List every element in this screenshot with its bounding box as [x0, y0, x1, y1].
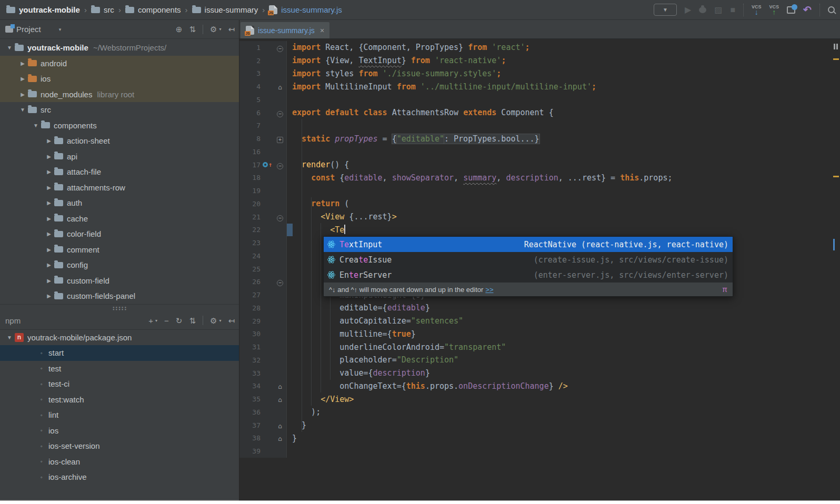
fold-minus-icon[interactable]: − — [274, 277, 286, 287]
gutter[interactable]: 3 — [239, 67, 287, 80]
chevron-collapsed-icon[interactable]: ▶ — [44, 262, 54, 268]
warning-stripe-mark[interactable] — [833, 58, 839, 60]
npm-script-start[interactable]: ◦start — [0, 345, 239, 361]
chevron-collapsed-icon[interactable]: ▶ — [17, 76, 28, 82]
gutter[interactable]: 6− — [239, 106, 287, 119]
editor-body[interactable]: 1−import React, {Component, PropTypes} f… — [239, 39, 840, 500]
gutter[interactable]: 16 — [239, 145, 287, 158]
gutter[interactable]: 39 — [239, 445, 287, 458]
chevron-collapsed-icon[interactable]: ▶ — [44, 247, 54, 253]
chevron-collapsed-icon[interactable]: ▶ — [17, 92, 28, 97]
chevron-collapsed-icon[interactable]: ▶ — [44, 200, 54, 206]
gutter[interactable]: 19 — [239, 184, 287, 197]
project-panel-title[interactable]: Project — [16, 25, 41, 34]
undo-icon[interactable]: ↶ — [803, 6, 812, 14]
completion-item-CreateIssue[interactable]: CreateIssue(create-issue.js, src/views/c… — [324, 252, 733, 267]
gutter[interactable]: 4⌂ — [239, 80, 287, 93]
npm-script-lint[interactable]: ◦lint — [0, 407, 239, 423]
breadcrumb-item-components[interactable]: components — [125, 5, 181, 14]
chevron-collapsed-icon[interactable]: ▶ — [44, 216, 54, 221]
gutter[interactable]: 20 — [239, 197, 287, 210]
run-configuration-selector[interactable]: ▼ — [654, 4, 677, 16]
stop-icon[interactable]: ■ — [730, 5, 735, 15]
tree-row-components[interactable]: ▼components — [0, 118, 239, 134]
fold-plus-icon[interactable]: + — [274, 134, 286, 144]
npm-root-row[interactable]: ▼nyoutrack-mobile/package.json — [0, 330, 239, 346]
tree-row-ios[interactable]: ▶ios — [0, 71, 239, 87]
tree-row-src[interactable]: ▼src — [0, 102, 239, 118]
chevron-collapsed-icon[interactable]: ▶ — [17, 61, 28, 66]
tree-row-config[interactable]: ▶config — [0, 257, 239, 273]
gutter[interactable]: 30 — [239, 328, 287, 341]
breadcrumb-item-issue-summary[interactable]: issue-summary — [192, 5, 258, 14]
fold-end-icon[interactable]: ⌂ — [274, 433, 286, 443]
fold-end-icon[interactable]: ⌂ — [274, 381, 286, 391]
debug-icon[interactable] — [699, 7, 706, 13]
gutter[interactable]: 22 — [239, 224, 287, 237]
gutter[interactable]: 7 — [239, 119, 287, 133]
tree-row-attachments-row[interactable]: ▶attachments-row — [0, 180, 239, 196]
gutter[interactable]: 35⌂ — [239, 392, 287, 406]
tab-issue-summary-js[interactable]: JS issue-summary.js × — [241, 22, 329, 38]
tree-row-android[interactable]: ▶android — [0, 56, 239, 72]
gutter[interactable]: 31 — [239, 340, 287, 354]
chevron-collapsed-icon[interactable]: ▶ — [44, 185, 54, 190]
run-with-coverage-icon[interactable]: ▨ — [714, 5, 722, 15]
chevron-collapsed-icon[interactable]: ▶ — [44, 169, 54, 175]
completion-item-EnterServer[interactable]: EnterServer(enter-server.js, src/views/e… — [324, 267, 733, 283]
gutter[interactable]: 21− — [239, 210, 287, 224]
tree-row-api[interactable]: ▶api — [0, 149, 239, 165]
hide-panel-icon[interactable]: ↤ — [228, 25, 235, 33]
gutter[interactable]: 27 — [239, 288, 287, 301]
chevron-collapsed-icon[interactable]: ▶ — [44, 293, 54, 299]
fold-end-icon[interactable]: ⌂ — [274, 82, 286, 92]
tree-row-custom-field[interactable]: ▶custom-field — [0, 273, 239, 289]
warning-stripe-mark[interactable] — [833, 176, 839, 177]
add-icon[interactable]: + — [148, 317, 153, 325]
tree-row-auth[interactable]: ▶auth — [0, 195, 239, 211]
tree-row-cache[interactable]: ▶cache — [0, 211, 239, 227]
npm-panel-title[interactable]: npm — [5, 316, 21, 325]
fold-end-icon[interactable]: ⌂ — [274, 420, 286, 430]
pause-indicator-icon[interactable] — [834, 44, 838, 49]
gutter[interactable]: 23 — [239, 236, 287, 249]
fold-minus-icon[interactable]: − — [274, 108, 286, 118]
chevron-expanded-icon[interactable]: ▼ — [4, 335, 15, 340]
gutter[interactable]: 38⌂ — [239, 432, 287, 445]
hide-panel-icon[interactable]: ↤ — [228, 317, 235, 325]
settings-icon[interactable]: ⚙ — [210, 25, 217, 33]
rerun-icon[interactable]: ↻ — [176, 317, 183, 325]
chevron-collapsed-icon[interactable]: ▶ — [44, 138, 54, 144]
npm-script-test[interactable]: ◦test — [0, 361, 239, 377]
gutter[interactable]: 36 — [239, 406, 287, 419]
panel-splitter[interactable]: ●●●●● ●●●●● — [0, 304, 239, 312]
locate-icon[interactable]: ⊕ — [176, 25, 183, 33]
chevron-collapsed-icon[interactable]: ▶ — [44, 154, 54, 159]
search-icon[interactable] — [828, 6, 835, 13]
npm-script-ios[interactable]: ◦ios — [0, 423, 239, 439]
fold-minus-icon[interactable]: − — [274, 212, 286, 222]
run-icon[interactable]: ▶ — [685, 5, 691, 15]
gutter[interactable]: 17↑− — [239, 158, 287, 172]
chevron-expanded-icon[interactable]: ▼ — [31, 123, 41, 128]
tree-row-action-sheet[interactable]: ▶action-sheet — [0, 133, 239, 149]
gutter[interactable]: 1− — [239, 41, 287, 54]
tree-row-comment[interactable]: ▶comment — [0, 242, 239, 258]
completion-item-TextInput[interactable]: TextInputReactNative (react-native.js, r… — [324, 237, 733, 252]
fold-minus-icon[interactable]: − — [274, 43, 286, 53]
chevron-collapsed-icon[interactable]: ▶ — [44, 278, 54, 284]
tree-row-youtrack-mobile[interactable]: ▼youtrack-mobile~/WebstormProjects/ — [0, 40, 239, 56]
breadcrumb-item-issue-summary.js[interactable]: JSissue-summary.js — [269, 5, 342, 14]
override-method-icon[interactable]: ↑ — [261, 161, 274, 168]
tree-row-attach-file[interactable]: ▶attach-file — [0, 164, 239, 180]
tree-row-node_modules[interactable]: ▶node_moduleslibrary root — [0, 87, 239, 103]
gutter[interactable]: 28 — [239, 301, 287, 315]
settings-icon[interactable]: ⚙ — [210, 317, 217, 325]
chevron-down-icon[interactable]: ▾ — [59, 27, 62, 32]
gutter[interactable]: 29 — [239, 315, 287, 328]
error-stripe[interactable] — [832, 39, 840, 500]
vcs-push-icon[interactable]: VCS ↑ — [769, 4, 779, 15]
chevron-collapsed-icon[interactable]: ▶ — [44, 231, 54, 237]
vcs-update-icon[interactable]: VCS ↓ — [752, 4, 762, 15]
breadcrumb-item-src[interactable]: src — [91, 5, 114, 14]
